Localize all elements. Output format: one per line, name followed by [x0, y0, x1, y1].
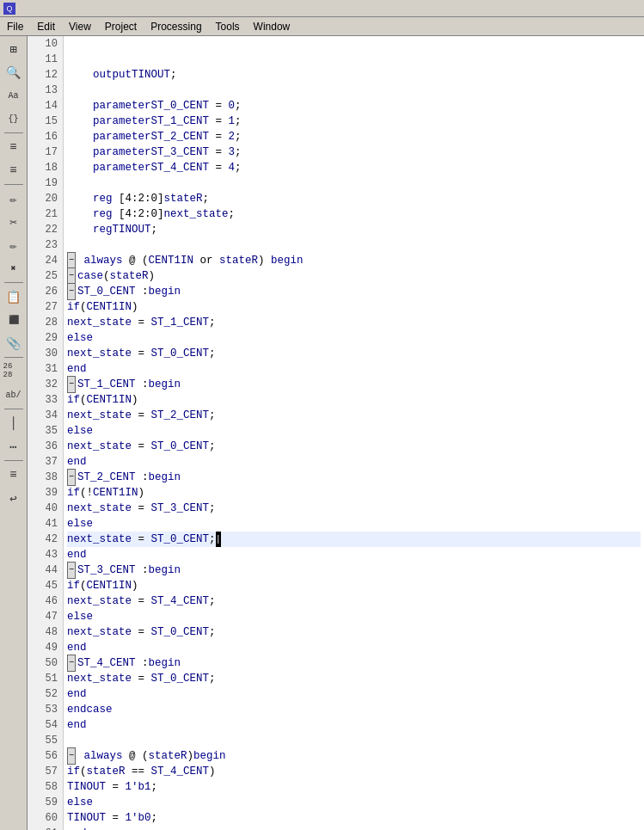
block-btn[interactable]: ⬛ — [3, 309, 25, 331]
code-line-50[interactable]: end — [67, 686, 641, 702]
line-number-56: 56 — [28, 748, 63, 764]
cut-btn[interactable]: ✂ — [3, 211, 25, 233]
menu-bar: FileEditViewProjectProcessingToolsWindow — [0, 17, 644, 36]
indent2-btn[interactable]: ≡ — [3, 159, 25, 181]
code-line-32[interactable]: next_state = ST_2_CENT; — [67, 408, 641, 423]
menu-item-view[interactable]: View — [62, 19, 98, 34]
menu-item-processing[interactable]: Processing — [144, 19, 208, 34]
braces-btn[interactable]: {} — [3, 108, 25, 130]
menu-item-tools[interactable]: Tools — [209, 19, 247, 34]
close-btn[interactable]: ✖ — [3, 257, 25, 280]
code-line-28[interactable]: next_state = ST_0_CENT; — [67, 346, 641, 361]
code-line-35[interactable]: end — [67, 454, 641, 470]
menu-item-project[interactable]: Project — [98, 19, 144, 34]
line-numbers: 1011121314151617181920212223242526272829… — [28, 36, 64, 830]
code-line-27[interactable]: else — [67, 330, 641, 346]
line-number-16: 16 — [28, 129, 63, 144]
code-line-42[interactable]: − ST_3_CENT :begin — [67, 563, 641, 578]
code-line-33[interactable]: else — [67, 423, 641, 439]
undo-btn[interactable]: ↩ — [3, 487, 25, 509]
line-number-51: 51 — [28, 671, 63, 686]
line-number-49: 49 — [28, 640, 63, 655]
code-line-34[interactable]: next_state = ST_0_CENT; — [67, 439, 641, 454]
code-line-11[interactable] — [67, 83, 641, 98]
code-line-19[interactable]: reg [4:2:0]next_state; — [67, 206, 641, 222]
code-line-41[interactable]: end — [67, 547, 641, 563]
code-line-18[interactable]: reg [4:2:0]stateR; — [67, 191, 641, 206]
code-line-16[interactable]: parameter ST_4_CENT = 4; — [67, 160, 641, 175]
code-line-30[interactable]: − ST_1_CENT :begin — [67, 377, 641, 392]
code-line-39[interactable]: else — [67, 516, 641, 532]
line-number-37: 37 — [28, 454, 63, 470]
code-line-47[interactable]: end — [67, 640, 641, 655]
code-line-45[interactable]: else — [67, 609, 641, 624]
line-number-52: 52 — [28, 686, 63, 702]
code-line-48[interactable]: − ST_4_CENT :begin — [67, 655, 641, 671]
new-file-btn[interactable]: ⊞ — [3, 38, 25, 60]
dots-btn[interactable]: ⋯ — [3, 435, 25, 458]
clip-btn[interactable]: 📋 — [3, 286, 25, 308]
code-line-57[interactable]: else — [67, 795, 641, 810]
toolbar: ⊞🔍Aa{}≡≡✏✂✏✖📋⬛📎26 28ab/│⋯≡↩ — [0, 36, 28, 830]
code-line-14[interactable]: parameter ST_2_CENT = 2; — [67, 129, 641, 144]
code-line-31[interactable]: if(CENT1IN) — [67, 392, 641, 408]
font-btn[interactable]: Aa — [3, 84, 25, 107]
code-line-40[interactable]: next_state = ST_0_CENT;| — [67, 532, 641, 547]
clipboard-btn[interactable]: 📎 — [3, 332, 25, 354]
code-line-10[interactable]: output TINOUT; — [67, 67, 641, 83]
line-number-45: 45 — [28, 578, 63, 593]
code-line-37[interactable]: if(!CENT1IN) — [67, 485, 641, 501]
indent1-btn[interactable]: ≡ — [3, 136, 25, 158]
code-line-51[interactable]: endcase — [67, 702, 641, 717]
code-line-15[interactable]: parameter ST_3_CENT = 3; — [67, 144, 641, 160]
code-line-49[interactable]: next_state = ST_0_CENT; — [67, 671, 641, 686]
code-line-13[interactable]: parameter ST_1_CENT = 1; — [67, 114, 641, 129]
code-line-46[interactable]: next_state = ST_0_CENT; — [67, 624, 641, 640]
code-editor[interactable]: 1011121314151617181920212223242526272829… — [28, 36, 644, 830]
code-line-25[interactable]: if(CENT1IN) — [67, 299, 641, 315]
line-number-54: 54 — [28, 717, 63, 733]
line-number-22: 22 — [28, 222, 63, 237]
line-number-48: 48 — [28, 624, 63, 640]
code-line-38[interactable]: next_state = ST_3_CENT; — [67, 501, 641, 516]
line-number-55: 55 — [28, 733, 63, 748]
edit1-btn[interactable]: ✏ — [3, 188, 25, 210]
toolbar-separator — [4, 409, 23, 409]
code-line-21[interactable] — [67, 237, 641, 253]
code-line-23[interactable]: − case(stateR) — [67, 268, 641, 284]
line-number-32: 32 — [28, 377, 63, 392]
code-line-22[interactable]: − always @ (CENT1IN or stateR) begin — [67, 253, 641, 268]
code-line-36[interactable]: − ST_2_CENT :begin — [67, 470, 641, 485]
code-line-20[interactable]: reg TINOUT; — [67, 222, 641, 237]
ab-btn[interactable]: ab/ — [3, 384, 25, 406]
code-line-53[interactable] — [67, 733, 641, 748]
menu-item-edit[interactable]: Edit — [30, 19, 62, 34]
line-number-19: 19 — [28, 175, 63, 191]
code-line-52[interactable]: end — [67, 717, 641, 733]
code-content[interactable]: output TINOUT; parameter ST_0_CENT = 0; … — [64, 36, 644, 830]
code-line-43[interactable]: if(CENT1IN) — [67, 578, 641, 593]
code-line-54[interactable]: − always @ (stateR)begin — [67, 748, 641, 764]
pipe-btn[interactable]: │ — [3, 412, 25, 434]
code-line-56[interactable]: TINOUT = 1'b1; — [67, 779, 641, 795]
code-line-44[interactable]: next_state = ST_4_CENT; — [67, 593, 641, 609]
line-number-29: 29 — [28, 330, 63, 346]
code-line-55[interactable]: if(stateR == ST_4_CENT) — [67, 764, 641, 779]
code-line-59[interactable]: end — [67, 826, 641, 830]
list-btn[interactable]: ≡ — [3, 464, 25, 486]
code-line-29[interactable]: end — [67, 361, 641, 377]
line-number-24: 24 — [28, 253, 63, 268]
menu-item-window[interactable]: Window — [247, 19, 297, 34]
line-number-27: 27 — [28, 299, 63, 315]
main-layout: ⊞🔍Aa{}≡≡✏✂✏✖📋⬛📎26 28ab/│⋯≡↩ 101112131415… — [0, 36, 644, 830]
menu-item-file[interactable]: File — [0, 19, 30, 34]
code-line-24[interactable]: − ST_0_CENT :begin — [67, 284, 641, 299]
edit2-btn[interactable]: ✏ — [3, 234, 25, 256]
code-line-26[interactable]: next_state = ST_1_CENT; — [67, 315, 641, 330]
code-line-58[interactable]: TINOUT = 1'b0; — [67, 810, 641, 826]
lines-btn[interactable]: 26 28 — [3, 360, 25, 383]
search-btn[interactable]: 🔍 — [3, 61, 25, 83]
code-line-17[interactable] — [67, 175, 641, 191]
line-number-39: 39 — [28, 485, 63, 501]
code-line-12[interactable]: parameter ST_0_CENT = 0; — [67, 98, 641, 114]
